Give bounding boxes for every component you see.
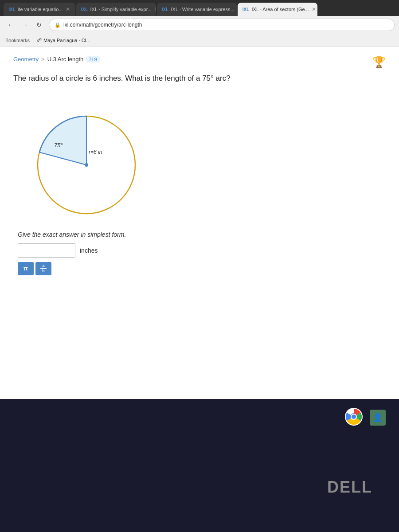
address-text: ixl.com/math/geometry/arc-length: [63, 22, 142, 28]
answer-input-row: inches: [18, 243, 386, 258]
diagram-area: 75° r=6 in: [13, 96, 386, 220]
breadcrumb: Geometry > U.3 Arc length 7L9: [13, 56, 386, 63]
answer-instruction: Give the exact answer in simplest form.: [18, 231, 386, 238]
ixl-page: Geometry > U.3 Arc length 7L9 🏆 The radi…: [0, 47, 399, 399]
chrome-icon[interactable]: [345, 408, 363, 427]
tab-1-close[interactable]: ✕: [66, 6, 70, 12]
bookmark-maya-label: Maya Paniagua · Cl...: [43, 38, 90, 43]
circle-diagram: 75° r=6 in: [22, 96, 146, 220]
answer-area: Give the exact answer in simplest form. …: [13, 231, 386, 275]
tab-2[interactable]: IXL IXL · Simplify variable expr... ✕: [76, 3, 156, 16]
chrome-svg: [345, 408, 363, 426]
desktop-area: 👤 DELL: [0, 399, 399, 532]
tab-2-favicon: IXL: [82, 6, 88, 12]
breadcrumb-separator: >: [41, 56, 45, 63]
dell-logo-text: DELL: [327, 478, 372, 496]
pi-button[interactable]: π: [18, 262, 34, 275]
user-icon-symbol: 👤: [373, 413, 383, 422]
back-button[interactable]: ←: [4, 19, 17, 31]
radius-label: r=6 in: [89, 149, 102, 155]
answer-input[interactable]: [18, 243, 75, 258]
lock-icon: 🔒: [55, 22, 61, 28]
angle-label: 75°: [54, 142, 63, 149]
page-content: Geometry > U.3 Arc length 7L9 🏆 The radi…: [0, 47, 399, 399]
question-text: The radius of a circle is 6 inches. What…: [13, 73, 386, 84]
center-dot: [85, 163, 88, 167]
sector-fill: [39, 116, 86, 165]
bookmarks-label: Bookmarks: [5, 38, 30, 43]
bookmark-icon: ☍: [37, 37, 42, 43]
pi-symbol: π: [23, 265, 28, 272]
trophy-icon: 🏆: [372, 56, 386, 68]
tab-1[interactable]: IXL ite variable equatio... ✕: [4, 3, 75, 16]
tab-2-close[interactable]: ✕: [154, 6, 156, 12]
svg-point-4: [352, 415, 356, 419]
answer-unit: inches: [80, 247, 98, 254]
tab-bar: IXL ite variable equatio... ✕ IXL IXL · …: [0, 0, 399, 16]
fraction-button[interactable]: a b: [35, 262, 51, 275]
breadcrumb-topic: U.3 Arc length: [47, 56, 84, 63]
dell-logo: DELL: [327, 478, 372, 497]
breadcrumb-subject[interactable]: Geometry: [13, 56, 39, 63]
frac-denominator: b: [42, 269, 45, 273]
reload-button[interactable]: ↻: [33, 19, 45, 31]
tab-1-label: ite variable equatio...: [18, 7, 63, 12]
tab-4-label: IXL · Area of sectors (Ge...: [252, 7, 309, 12]
tab-3-favicon: IXL: [162, 6, 168, 12]
address-box[interactable]: 🔒 ixl.com/math/geometry/arc-length: [49, 19, 395, 31]
math-buttons: π a b: [18, 262, 386, 275]
browser-chrome: IXL ite variable equatio... ✕ IXL IXL · …: [0, 0, 399, 47]
tab-2-label: IXL · Simplify variable expr...: [90, 7, 152, 12]
breadcrumb-badge: 7L9: [86, 56, 99, 63]
tab-4-close[interactable]: ✕: [312, 6, 316, 12]
fraction-icon: a b: [40, 264, 47, 273]
frac-numerator: a: [42, 264, 44, 268]
user-icon[interactable]: 👤: [370, 410, 386, 426]
address-bar-row: ← → ↻ 🔒 ixl.com/math/geometry/arc-length: [0, 16, 399, 34]
circle-svg: 75° r=6 in: [22, 96, 146, 220]
tab-1-favicon: IXL: [9, 6, 15, 12]
tab-3-label: IXL · Write variable express...: [171, 7, 235, 12]
tab-3[interactable]: IXL IXL · Write variable express... ✕: [157, 3, 237, 16]
nav-buttons: ← → ↻: [4, 19, 45, 31]
tab-4[interactable]: IXL IXL · Area of sectors (Ge... ✕: [238, 3, 317, 16]
tab-4-favicon: IXL: [243, 6, 249, 12]
bookmarks-bar: Bookmarks ☍ Maya Paniagua · Cl...: [0, 34, 399, 47]
forward-button[interactable]: →: [19, 19, 31, 31]
bookmark-maya[interactable]: ☍ Maya Paniagua · Cl...: [37, 37, 90, 43]
taskbar-icons: 👤: [345, 408, 386, 427]
